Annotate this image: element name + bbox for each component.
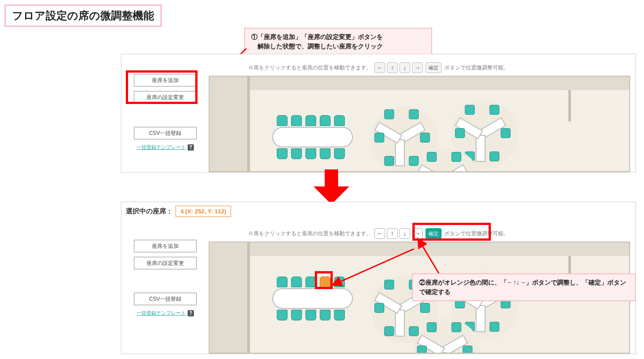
add-seat-button[interactable]: 座席を追加: [134, 240, 197, 252]
seat[interactable]: [489, 105, 499, 115]
seat[interactable]: [334, 310, 345, 320]
arrow-right-button[interactable]: →: [412, 228, 423, 239]
seat[interactable]: [489, 151, 499, 161]
help-icon[interactable]: ?: [188, 144, 194, 151]
arrow-buttons-group: ← ↑ ↓ →: [374, 62, 423, 73]
arrow-up-icon: ↑: [391, 64, 394, 71]
arrow-left-icon: ←: [377, 230, 383, 237]
hint-bar: ※席をクリックすると座席の位置を移動できます。 ← ↑ ↓ → 確定 ボタンで位…: [121, 228, 635, 239]
arrow-down-icon: ↓: [404, 230, 407, 237]
wall: [568, 90, 571, 121]
seat[interactable]: [451, 322, 461, 332]
arrow-down-button[interactable]: ↓: [399, 62, 410, 73]
seat[interactable]: [501, 128, 511, 138]
seat[interactable]: [455, 128, 465, 138]
seat[interactable]: [291, 115, 302, 126]
seat[interactable]: [417, 346, 427, 354]
seat[interactable]: [334, 115, 345, 126]
seat[interactable]: [463, 346, 472, 354]
confirm-button[interactable]: 確定: [425, 228, 442, 239]
editor-panel-before: ※席をクリックすると座席の位置を移動できます。 ← ↑ ↓ → 確定 ボタンで位…: [121, 54, 636, 173]
csv-import-button[interactable]: CSV一括登録: [134, 127, 197, 139]
pod-surface: [395, 139, 405, 166]
seat[interactable]: [374, 133, 384, 143]
seat[interactable]: [291, 277, 302, 287]
conference-table: [263, 117, 362, 157]
page-title: フロア設定の席の微調整機能: [4, 4, 162, 27]
conference-tabletop: [272, 288, 353, 309]
hint-prefix: ※席をクリックすると座席の位置を移動できます。: [248, 64, 372, 72]
floorplan[interactable]: [209, 76, 630, 172]
conference-table: [263, 278, 362, 319]
seat[interactable]: [334, 148, 345, 159]
help-icon[interactable]: ?: [188, 310, 194, 316]
edit-seat-button[interactable]: 座席の設定変更: [134, 91, 197, 104]
seat[interactable]: [305, 148, 316, 159]
hint-prefix: ※席をクリックすると座席の位置を移動できます。: [248, 230, 372, 238]
template-link[interactable]: 一括登録テンプレート ?: [137, 310, 194, 316]
seat[interactable]: [320, 148, 331, 159]
seat[interactable]: [384, 156, 394, 166]
seat[interactable]: [409, 326, 419, 336]
edit-seat-button[interactable]: 座席の設定変更: [134, 257, 197, 269]
arrow-buttons-group: ← ↑ ↓ →: [374, 228, 423, 239]
hint-bar: ※席をクリックすると座席の位置を移動できます。 ← ↑ ↓ → 確定 ボタンで位…: [121, 62, 635, 73]
seat[interactable]: [420, 303, 430, 313]
seat[interactable]: [489, 322, 499, 332]
seat[interactable]: [409, 109, 419, 119]
seat[interactable]: [320, 310, 331, 320]
hint-suffix: ボタンで位置微調整可能。: [444, 230, 509, 238]
seat[interactable]: [277, 310, 288, 320]
seat[interactable]: [427, 152, 437, 162]
seat[interactable]: [320, 115, 331, 126]
pod-surface: [395, 310, 405, 337]
arrow-up-button[interactable]: ↑: [387, 228, 398, 239]
selected-seat-value: 4 (X: 252, Y: 112): [176, 206, 231, 217]
arrow-down-icon: ↓: [404, 64, 407, 71]
sidebar: 座席を追加 座席の設定変更 CSV一括登録 一括登録テンプレート ?: [129, 240, 201, 316]
pod-surface: [476, 135, 485, 162]
seat[interactable]: [465, 105, 475, 115]
seat-selected[interactable]: [320, 277, 331, 287]
add-seat-button[interactable]: 座席を追加: [134, 74, 197, 87]
arrow-left-icon: ←: [377, 64, 383, 71]
selected-seat-bar: 選択中の座席： 4 (X: 252, Y: 112): [126, 206, 231, 217]
seat[interactable]: [291, 148, 302, 159]
conference-tabletop: [272, 127, 353, 147]
sidebar: 座席を追加 座席の設定変更 CSV一括登録 一括登録テンプレート ?: [129, 74, 201, 151]
arrow-left-button[interactable]: ←: [374, 62, 385, 73]
seat[interactable]: [374, 303, 384, 313]
confirm-button[interactable]: 確定: [425, 62, 442, 73]
arrow-up-button[interactable]: ↑: [387, 62, 398, 73]
arrow-up-icon: ↑: [391, 230, 394, 237]
seat[interactable]: [305, 115, 316, 126]
arrow-down-button[interactable]: ↓: [399, 228, 410, 239]
seat[interactable]: [384, 326, 394, 336]
seat[interactable]: [409, 156, 419, 166]
seat[interactable]: [277, 115, 288, 126]
pod-surface: [417, 164, 445, 172]
csv-import-button[interactable]: CSV一括登録: [134, 293, 197, 305]
callout-step-2: ②座席がオレンジ色の間に、「←↑↓→」ボタンで調整し、「確定」ボタンで確定する: [412, 273, 636, 301]
arrow-right-button[interactable]: →: [412, 62, 423, 73]
seat[interactable]: [291, 310, 302, 320]
seat[interactable]: [334, 277, 345, 287]
template-link-label: 一括登録テンプレート: [137, 310, 186, 316]
seat[interactable]: [384, 109, 394, 119]
seat[interactable]: [427, 322, 437, 332]
template-link[interactable]: 一括登録テンプレート ?: [137, 144, 194, 151]
seat[interactable]: [420, 133, 430, 143]
seat[interactable]: [384, 280, 394, 290]
seat[interactable]: [451, 152, 461, 162]
seat[interactable]: [277, 277, 288, 287]
big-down-arrow-icon: [313, 169, 349, 204]
seat[interactable]: [277, 148, 288, 159]
seat[interactable]: [305, 277, 316, 287]
seat[interactable]: [305, 310, 316, 320]
arrow-left-button[interactable]: ←: [374, 228, 385, 239]
wall: [247, 242, 250, 353]
hint-suffix: ボタンで位置微調整可能。: [444, 64, 509, 72]
callout-step-1: ①「座席を追加」「座席の設定変更」ボタンを 解除した状態で、調整したい座席をクリ…: [244, 28, 432, 56]
wall: [247, 77, 250, 171]
template-link-label: 一括登録テンプレート: [137, 144, 186, 151]
